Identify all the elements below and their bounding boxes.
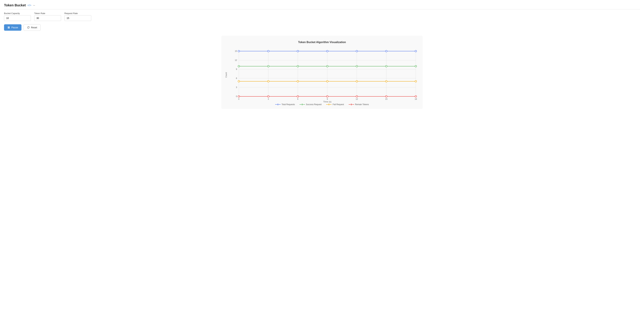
svg-point-59 xyxy=(386,96,387,97)
svg-point-38 xyxy=(238,66,240,67)
pause-button[interactable]: Pause xyxy=(4,24,22,31)
svg-rect-1 xyxy=(9,26,10,28)
svg-point-33 xyxy=(326,50,328,52)
page-title: Token Bucket xyxy=(4,3,26,7)
svg-point-43 xyxy=(386,66,387,67)
token-rate-label: Token Rate xyxy=(34,12,61,14)
y-axis-label: Count xyxy=(225,48,228,102)
legend-fail-request-label: Fail Request xyxy=(332,103,344,106)
svg-point-44 xyxy=(415,66,416,67)
svg-point-47 xyxy=(268,80,269,82)
header: Token Bucket </> ← xyxy=(4,3,640,10)
svg-text:18: 18 xyxy=(414,98,417,100)
token-rate-field: Token Rate xyxy=(34,12,61,21)
chart-container: Token Bucket Algorithm Visualization Cou… xyxy=(221,36,422,109)
request-rate-input[interactable] xyxy=(64,15,91,21)
svg-point-41 xyxy=(326,66,328,67)
button-row: Pause Reset xyxy=(4,24,640,31)
legend-total-requests: Total Requests xyxy=(275,103,295,106)
token-rate-input[interactable] xyxy=(34,15,61,21)
legend-success-request: Success Request xyxy=(300,103,322,106)
svg-point-54 xyxy=(238,96,240,97)
controls-row: Bucket Capacity Token Rate Request Rate xyxy=(4,12,640,21)
svg-point-52 xyxy=(415,80,416,82)
svg-point-49 xyxy=(326,80,328,82)
svg-text:3: 3 xyxy=(268,98,269,100)
svg-point-36 xyxy=(415,50,416,52)
svg-point-40 xyxy=(297,66,299,67)
bucket-capacity-field: Bucket Capacity xyxy=(4,12,31,21)
bucket-capacity-label: Bucket Capacity xyxy=(4,12,31,14)
svg-text:9: 9 xyxy=(236,68,237,70)
legend-total-requests-label: Total Requests xyxy=(282,103,295,106)
svg-text:15: 15 xyxy=(385,98,388,100)
svg-text:Time (s): Time (s) xyxy=(323,100,332,103)
request-rate-field: Request Rate xyxy=(64,12,91,21)
svg-text:6: 6 xyxy=(236,77,237,80)
pause-icon xyxy=(8,26,10,29)
legend-success-request-label: Success Request xyxy=(306,103,322,106)
svg-text:12: 12 xyxy=(235,59,237,61)
svg-point-32 xyxy=(297,50,299,52)
legend-remain-tokens-label: Remain Tokens xyxy=(355,103,369,106)
svg-text:0: 0 xyxy=(238,98,240,100)
svg-point-34 xyxy=(356,50,358,52)
reset-icon xyxy=(27,26,30,29)
svg-point-56 xyxy=(297,96,299,97)
svg-point-42 xyxy=(356,66,358,67)
chart-legend: Total Requests Success Request Fail Requ… xyxy=(225,103,419,106)
svg-point-30 xyxy=(238,50,240,52)
back-icon[interactable]: ← xyxy=(33,4,36,7)
svg-text:0: 0 xyxy=(236,95,237,98)
pause-label: Pause xyxy=(12,26,18,29)
svg-point-39 xyxy=(268,66,269,67)
svg-text:9: 9 xyxy=(327,98,328,100)
bucket-capacity-input[interactable] xyxy=(4,15,31,21)
svg-point-35 xyxy=(386,50,387,52)
page: Token Bucket </> ← Bucket Capacity Token… xyxy=(0,0,644,336)
svg-point-31 xyxy=(268,50,269,52)
chart-inner: 0 3 6 9 12 15 0 3 6 9 12 15 18 Time (s) xyxy=(228,48,419,102)
legend-remain-tokens: Remain Tokens xyxy=(349,103,369,106)
chart-svg: 0 3 6 9 12 15 0 3 6 9 12 15 18 Time (s) xyxy=(228,48,419,102)
code-icon[interactable]: </> xyxy=(28,4,31,7)
svg-text:6: 6 xyxy=(297,98,298,100)
svg-text:15: 15 xyxy=(235,50,237,52)
request-rate-label: Request Rate xyxy=(64,12,91,14)
svg-point-60 xyxy=(415,96,416,97)
svg-rect-0 xyxy=(8,26,8,28)
svg-point-46 xyxy=(238,80,240,82)
reset-button[interactable]: Reset xyxy=(24,24,41,31)
svg-point-58 xyxy=(356,96,358,97)
chart-wrap: Count xyxy=(225,48,419,102)
legend-fail-request: Fail Request xyxy=(326,103,344,106)
svg-text:12: 12 xyxy=(356,98,358,100)
svg-point-57 xyxy=(326,96,328,97)
chart-title: Token Bucket Algorithm Visualization xyxy=(225,41,419,44)
svg-point-55 xyxy=(268,96,269,97)
svg-point-48 xyxy=(297,80,299,82)
svg-text:3: 3 xyxy=(236,86,237,88)
reset-label: Reset xyxy=(31,26,37,29)
svg-point-51 xyxy=(386,80,387,82)
svg-point-50 xyxy=(356,80,358,82)
